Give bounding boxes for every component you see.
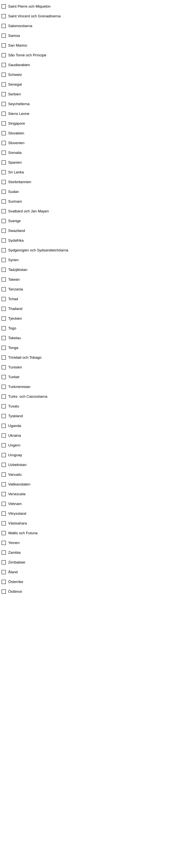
checkbox[interactable] — [2, 521, 6, 525]
checkbox[interactable] — [2, 346, 6, 350]
list-item[interactable]: Sverige — [0, 216, 187, 226]
list-item[interactable]: San Marino — [0, 40, 187, 50]
list-item[interactable]: Saudiarabien — [0, 60, 187, 70]
checkbox[interactable] — [2, 287, 6, 291]
list-item[interactable]: Taiwan — [0, 275, 187, 284]
checkbox[interactable] — [2, 92, 6, 96]
list-item[interactable]: Tonga — [0, 343, 187, 353]
checkbox[interactable] — [2, 219, 6, 223]
list-item[interactable]: Turkmenistan — [0, 382, 187, 392]
checkbox[interactable] — [2, 141, 6, 145]
list-item[interactable]: Turks- och Caicosöarna — [0, 392, 187, 401]
checkbox[interactable] — [2, 102, 6, 106]
list-item[interactable]: Saint Vincent och Grenadinerna — [0, 11, 187, 21]
list-item[interactable]: Syrien — [0, 255, 187, 265]
list-item[interactable]: Västsahara — [0, 519, 187, 528]
checkbox[interactable] — [2, 268, 6, 272]
checkbox[interactable] — [2, 355, 6, 360]
list-item[interactable]: Seychellerna — [0, 99, 187, 109]
list-item[interactable]: Swaziland — [0, 226, 187, 236]
checkbox[interactable] — [2, 131, 6, 135]
checkbox[interactable] — [2, 297, 6, 301]
checkbox[interactable] — [2, 248, 6, 252]
list-item[interactable]: Tadzjikistan — [0, 265, 187, 275]
checkbox[interactable] — [2, 492, 6, 496]
list-item[interactable]: Uganda — [0, 421, 187, 431]
checkbox[interactable] — [2, 502, 6, 506]
checkbox[interactable] — [2, 121, 6, 126]
list-item[interactable]: Åland — [0, 567, 187, 577]
checkbox[interactable] — [2, 482, 6, 487]
list-item[interactable]: Storbritannien — [0, 177, 187, 187]
checkbox[interactable] — [2, 238, 6, 243]
list-item[interactable]: Ungern — [0, 440, 187, 450]
checkbox[interactable] — [2, 190, 6, 194]
list-item[interactable]: Salomonöarna — [0, 21, 187, 31]
checkbox[interactable] — [2, 589, 6, 594]
checkbox[interactable] — [2, 180, 6, 184]
list-item[interactable]: Tunisien — [0, 363, 187, 372]
checkbox[interactable] — [2, 112, 6, 116]
list-item[interactable]: Schweiz — [0, 70, 187, 80]
list-item[interactable]: Österrike — [0, 577, 187, 587]
checkbox[interactable] — [2, 72, 6, 77]
checkbox[interactable] — [2, 365, 6, 369]
checkbox[interactable] — [2, 541, 6, 545]
checkbox[interactable] — [2, 375, 6, 379]
checkbox[interactable] — [2, 385, 6, 389]
checkbox[interactable] — [2, 551, 6, 555]
checkbox[interactable] — [2, 463, 6, 467]
checkbox[interactable] — [2, 560, 6, 564]
list-item[interactable]: Turkiet — [0, 372, 187, 382]
checkbox[interactable] — [2, 531, 6, 535]
list-item[interactable]: Tjeckien — [0, 314, 187, 323]
checkbox[interactable] — [2, 228, 6, 233]
list-item[interactable]: Slovakien — [0, 128, 187, 138]
checkbox[interactable] — [2, 160, 6, 165]
checkbox[interactable] — [2, 394, 6, 399]
list-item[interactable]: Vanuatu — [0, 470, 187, 479]
checkbox[interactable] — [2, 82, 6, 87]
list-item[interactable]: Sierra Leone — [0, 109, 187, 119]
list-item[interactable]: Tyskland — [0, 411, 187, 421]
checkbox[interactable] — [2, 316, 6, 321]
checkbox[interactable] — [2, 277, 6, 282]
list-item[interactable]: Östtimor — [0, 587, 187, 596]
checkbox[interactable] — [2, 512, 6, 516]
checkbox[interactable] — [2, 14, 6, 18]
list-item[interactable]: Venezuela — [0, 489, 187, 499]
checkbox[interactable] — [2, 199, 6, 204]
checkbox[interactable] — [2, 307, 6, 311]
checkbox[interactable] — [2, 24, 6, 28]
list-item[interactable]: Sudan — [0, 187, 187, 197]
list-item[interactable]: Vatikanstaten — [0, 479, 187, 489]
checkbox[interactable] — [2, 336, 6, 340]
list-item[interactable]: Serbien — [0, 89, 187, 99]
checkbox[interactable] — [2, 4, 6, 8]
list-item[interactable]: Uruguay — [0, 450, 187, 460]
checkbox[interactable] — [2, 43, 6, 48]
list-item[interactable]: Sydgeorgien och Sydsandwichöarna — [0, 245, 187, 255]
list-item[interactable]: Vitryssland — [0, 509, 187, 519]
list-item[interactable]: Slovenien — [0, 138, 187, 148]
list-item[interactable]: Sydafrika — [0, 236, 187, 245]
list-item[interactable]: Samoa — [0, 31, 187, 40]
checkbox[interactable] — [2, 433, 6, 438]
list-item[interactable]: Surinam — [0, 197, 187, 206]
list-item[interactable]: Uzbekistan — [0, 460, 187, 470]
checkbox[interactable] — [2, 258, 6, 262]
checkbox[interactable] — [2, 63, 6, 67]
list-item[interactable]: Svalbard och Jan Mayen — [0, 206, 187, 216]
list-item[interactable]: Spanien — [0, 158, 187, 167]
list-item[interactable]: Zambia — [0, 548, 187, 557]
checkbox[interactable] — [2, 414, 6, 418]
list-item[interactable]: Tanzania — [0, 284, 187, 294]
list-item[interactable]: Tuvalu — [0, 401, 187, 411]
checkbox[interactable] — [2, 443, 6, 447]
checkbox[interactable] — [2, 326, 6, 331]
list-item[interactable]: Sri Lanka — [0, 167, 187, 177]
list-item[interactable]: Tchad — [0, 294, 187, 304]
checkbox[interactable] — [2, 34, 6, 38]
list-item[interactable]: Togo — [0, 323, 187, 333]
checkbox[interactable] — [2, 170, 6, 175]
